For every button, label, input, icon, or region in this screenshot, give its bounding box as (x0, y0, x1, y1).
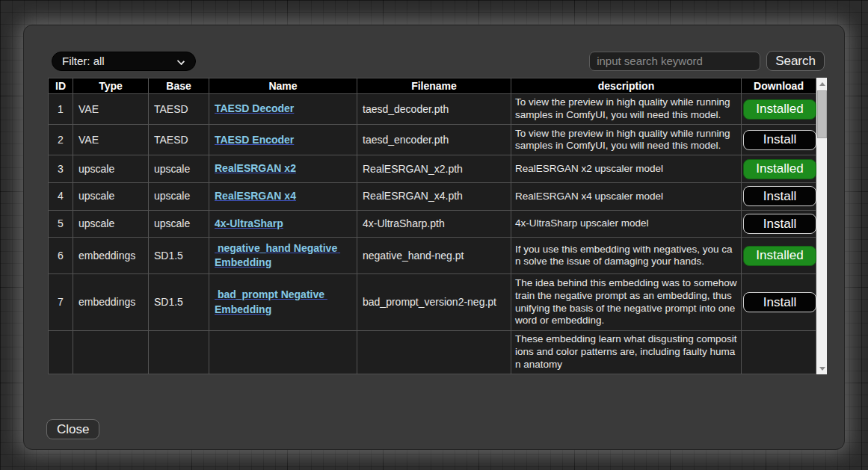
cell-description: RealESRGAN x2 upscaler model (511, 155, 742, 183)
column-header-description: description (511, 78, 742, 94)
cell-id: 4 (49, 183, 73, 211)
cell-type: embeddings (73, 238, 149, 274)
table-header-row: IDTypeBaseNameFilenamedescriptionDownloa… (49, 78, 816, 94)
table-row: 7embeddingsSD1.5 bad_prompt Negative Emb… (49, 274, 816, 330)
cell-filename: RealESRGAN_x4.pth (357, 183, 511, 211)
table-scrollbar[interactable] (816, 78, 827, 374)
close-button[interactable]: Close (46, 419, 99, 439)
cell-filename: 4x-UltraSharp.pth (357, 210, 511, 238)
install-button[interactable]: Install (743, 214, 816, 234)
table-row: 4upscaleupscaleRealESRGAN x4RealESRGAN_x… (49, 183, 816, 211)
cell-description: The idea behind this embedding was to so… (511, 274, 742, 330)
installed-button[interactable]: Installed (743, 246, 816, 266)
cell-name (209, 330, 357, 374)
scrollbar-down-arrow-icon[interactable] (816, 362, 827, 374)
cell-type: upscale (73, 155, 149, 183)
cell-name: bad_prompt Negative Embedding (209, 274, 357, 330)
cell-id: 2 (49, 125, 73, 155)
model-link[interactable]: TAESD Decoder (215, 102, 294, 114)
models-table-container: IDTypeBaseNameFilenamedescriptionDownloa… (48, 78, 827, 374)
cell-filename: RealESRGAN_x2.pth (357, 155, 511, 183)
cell-id (49, 330, 73, 374)
column-header-name: Name (209, 78, 357, 94)
scrollbar-thumb[interactable] (817, 90, 827, 138)
cell-download: Install (742, 183, 816, 211)
cell-type: upscale (73, 210, 149, 238)
models-table: IDTypeBaseNameFilenamedescriptionDownloa… (48, 78, 816, 374)
cell-filename: taesd_encoder.pth (357, 125, 511, 155)
installed-button[interactable]: Installed (743, 99, 816, 120)
cell-base: upscale (149, 183, 209, 211)
table-row: 2VAETAESDTAESD Encodertaesd_encoder.pthT… (49, 125, 816, 155)
cell-name: RealESRGAN x2 (209, 155, 357, 183)
install-button[interactable]: Install (743, 292, 816, 312)
table-row: These embedding learn what disgusting co… (49, 330, 816, 374)
install-button[interactable]: Install (743, 130, 816, 150)
cell-download: Installed (742, 238, 816, 274)
search-input[interactable] (589, 52, 760, 71)
install-button[interactable]: Install (743, 186, 816, 206)
model-link[interactable]: RealESRGAN x4 (215, 190, 296, 202)
cell-description: To view the preview in high quality whil… (511, 125, 742, 155)
cell-type: embeddings (73, 274, 149, 330)
cell-base: TAESD (149, 125, 209, 155)
filter-dropdown[interactable]: Filter: all (52, 52, 196, 71)
search-button[interactable]: Search (766, 51, 825, 71)
cell-download: Installed (742, 94, 816, 125)
model-link[interactable]: TAESD Encoder (215, 134, 294, 146)
cell-filename: taesd_decoder.pth (357, 94, 511, 125)
cell-id: 3 (49, 155, 73, 183)
column-header-type: Type (73, 78, 149, 94)
cell-id: 1 (49, 94, 73, 125)
cell-filename (357, 330, 511, 374)
scrollbar-up-arrow-icon[interactable] (816, 78, 827, 90)
cell-description: If you use this embedding with negatives… (511, 238, 742, 274)
table-row: 5upscaleupscale4x-UltraSharp4x-UltraShar… (49, 210, 816, 238)
column-header-download: Download (742, 78, 816, 94)
cell-filename: negative_hand-neg.pt (357, 238, 511, 274)
cell-name: negative_hand Negative Embedding (209, 238, 357, 274)
install-models-dialog: Filter: all Search IDTypeBaseNameFilenam… (23, 25, 845, 450)
column-header-base: Base (149, 78, 209, 94)
cell-type: upscale (73, 183, 149, 211)
cell-download: Install (742, 125, 816, 155)
cell-download (742, 330, 816, 374)
cell-description: These embedding learn what disgusting co… (511, 330, 742, 374)
installed-button[interactable]: Installed (743, 159, 816, 179)
dialog-toolbar: Filter: all Search (52, 51, 825, 71)
cell-download: Install (742, 210, 816, 238)
cell-type (73, 330, 149, 374)
column-header-id: ID (49, 78, 73, 94)
cell-description: 4x-UltraSharp upscaler model (511, 210, 742, 238)
model-link[interactable]: RealESRGAN x2 (215, 162, 296, 174)
table-row: 3upscaleupscaleRealESRGAN x2RealESRGAN_x… (49, 155, 816, 183)
cell-base: SD1.5 (149, 274, 209, 330)
model-link[interactable]: negative_hand Negative Embedding (215, 242, 340, 269)
filter-dropdown-value: Filter: all (62, 55, 105, 67)
search-group: Search (589, 51, 825, 71)
cell-download: Installed (742, 155, 816, 183)
cell-base: upscale (149, 210, 209, 238)
cell-description: To view the preview in high quality whil… (511, 94, 742, 125)
cell-name: TAESD Encoder (209, 125, 357, 155)
cell-download: Install (742, 274, 816, 330)
cell-name: TAESD Decoder (209, 94, 357, 125)
cell-name: 4x-UltraSharp (209, 210, 357, 238)
cell-base: upscale (149, 155, 209, 183)
table-row: 1VAETAESDTAESD Decodertaesd_decoder.pthT… (49, 94, 816, 125)
column-header-filename: Filename (357, 78, 511, 94)
table-row: 6embeddingsSD1.5 negative_hand Negative … (49, 238, 816, 274)
cell-filename: bad_prompt_version2-neg.pt (357, 274, 511, 330)
cell-description: RealESRGAN x4 upscaler model (511, 183, 742, 211)
model-link[interactable]: 4x-UltraSharp (215, 217, 283, 229)
cell-type: VAE (73, 94, 149, 125)
chevron-down-icon (177, 57, 185, 64)
cell-id: 7 (49, 274, 73, 330)
cell-base: SD1.5 (149, 238, 209, 274)
cell-type: VAE (73, 125, 149, 155)
cell-base: TAESD (149, 94, 209, 125)
cell-base (149, 330, 209, 374)
cell-name: RealESRGAN x4 (209, 183, 357, 211)
model-link[interactable]: bad_prompt Negative Embedding (215, 288, 327, 315)
cell-id: 6 (49, 238, 73, 274)
